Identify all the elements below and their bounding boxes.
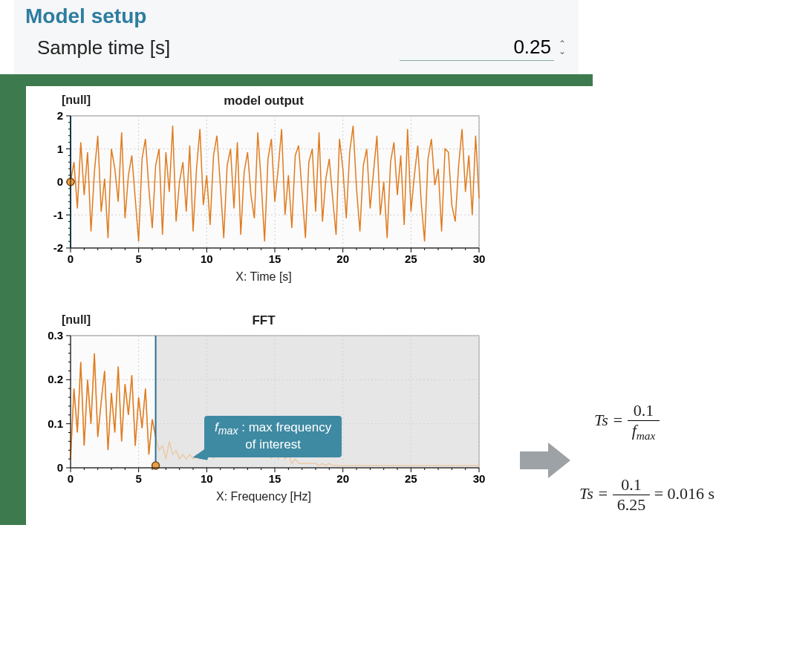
eq1-bot-sub: max xyxy=(637,429,656,442)
svg-text:25: 25 xyxy=(405,252,417,265)
green-gutter-left xyxy=(0,79,26,525)
formula-ts-general: Ts = 0.1 fmax xyxy=(594,401,660,443)
svg-text:0: 0 xyxy=(68,472,74,485)
svg-text:0.2: 0.2 xyxy=(48,373,63,385)
green-gutter-top xyxy=(0,74,593,86)
svg-text:5: 5 xyxy=(135,472,141,485)
svg-text:2: 2 xyxy=(57,111,63,122)
svg-text:30: 30 xyxy=(473,252,486,265)
svg-text:0.1: 0.1 xyxy=(48,417,63,430)
svg-text:15: 15 xyxy=(269,252,281,265)
chart1-xlabel: X: Time [s] xyxy=(26,270,501,284)
eq2-bot: 6.25 xyxy=(613,495,651,515)
svg-marker-157 xyxy=(520,443,570,478)
svg-text:-2: -2 xyxy=(53,241,63,254)
panel-title: Model setup xyxy=(25,4,578,28)
step-down-icon[interactable]: ⌄ xyxy=(559,48,566,55)
arrow-icon xyxy=(520,438,572,486)
eq1-top: 0.1 xyxy=(628,401,660,421)
model-setup-panel: Model setup Sample time [s] ⌃ ⌄ xyxy=(15,0,578,74)
svg-text:0: 0 xyxy=(57,175,63,188)
sample-time-input[interactable] xyxy=(400,34,554,61)
sample-time-stepper[interactable]: ⌃ ⌄ xyxy=(559,40,566,55)
fmax-callout: fmax : max frequency of interest xyxy=(204,416,342,457)
svg-text:20: 20 xyxy=(336,472,349,485)
formula-ts-numeric: Ts = 0.1 6.25 = 0.016 s xyxy=(579,475,714,515)
chart-fft: [null] FFT 05101520253000.10.20.3 X: Fre… xyxy=(26,313,501,503)
svg-text:15: 15 xyxy=(269,472,281,485)
svg-text:25: 25 xyxy=(405,472,417,485)
svg-text:5: 5 xyxy=(135,252,141,265)
svg-text:1: 1 xyxy=(57,143,63,155)
eq1-lhs: Ts = xyxy=(594,411,628,429)
chart1-title: model output xyxy=(26,94,501,108)
callout-line2: of interest xyxy=(245,437,301,451)
eq2-lhs: Ts = xyxy=(579,484,613,503)
callout-sub: max xyxy=(218,425,238,437)
svg-text:0: 0 xyxy=(68,252,74,265)
svg-text:-1: -1 xyxy=(53,209,63,221)
chart2-xlabel: X: Frequency [Hz] xyxy=(26,490,501,503)
sample-time-label: Sample time [s] xyxy=(37,36,170,59)
svg-text:30: 30 xyxy=(473,472,486,485)
callout-tail: : max frequency xyxy=(238,420,331,434)
chart2-title: FFT xyxy=(26,313,501,328)
chart2-plot[interactable]: 05101520253000.10.20.3 xyxy=(26,331,486,487)
svg-text:0.3: 0.3 xyxy=(48,331,63,342)
svg-text:20: 20 xyxy=(336,252,349,265)
svg-text:0: 0 xyxy=(57,461,63,474)
chart-model-output: [null] model output 051015202530-2-1012 … xyxy=(26,94,501,284)
chart1-plot[interactable]: 051015202530-2-1012 xyxy=(26,111,486,267)
svg-text:10: 10 xyxy=(201,252,213,265)
sample-time-row: Sample time [s] ⌃ ⌄ xyxy=(37,34,566,61)
eq2-top: 0.1 xyxy=(613,475,651,495)
svg-text:10: 10 xyxy=(201,472,213,485)
eq2-rhs: = 0.016 s xyxy=(654,484,714,503)
